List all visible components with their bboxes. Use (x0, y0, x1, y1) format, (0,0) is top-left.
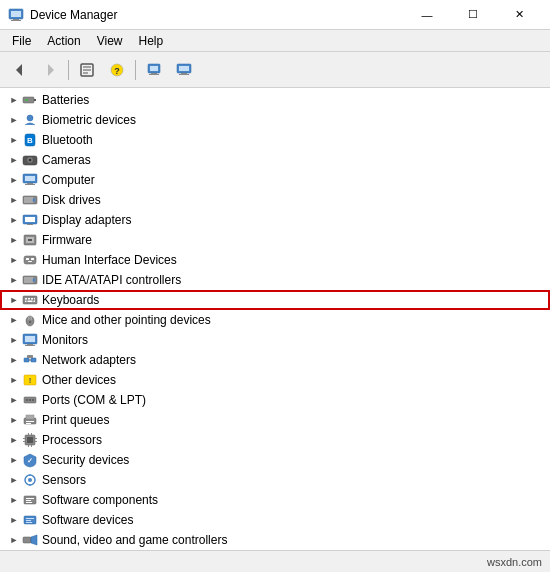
expand-network-adapters[interactable]: ► (6, 352, 22, 368)
svg-rect-51 (28, 298, 30, 300)
expand-monitors[interactable]: ► (6, 332, 22, 348)
label-security-devices: Security devices (42, 453, 129, 467)
expand-firmware[interactable]: ► (6, 232, 22, 248)
label-processors: Processors (42, 433, 102, 447)
tree-item-ide-ata[interactable]: ► IDE ATA/ATAPI controllers (0, 270, 550, 290)
tree-item-disk-drives[interactable]: ► Disk drives (0, 190, 550, 210)
expand-disk-drives[interactable]: ► (6, 192, 22, 208)
tree-view[interactable]: ► Batteries ► Biometric devices (0, 88, 550, 550)
tree-item-monitors[interactable]: ► Monitors (0, 330, 550, 350)
minimize-button[interactable]: — (404, 0, 450, 30)
expand-software-devices[interactable]: ► (6, 512, 22, 528)
tree-item-computer[interactable]: ► Computer (0, 170, 550, 190)
icon-processors (22, 432, 38, 448)
tree-item-human-interface[interactable]: ► Human Interface Devices (0, 250, 550, 270)
svg-rect-78 (26, 423, 31, 424)
close-button[interactable]: ✕ (496, 0, 542, 30)
label-bluetooth: Bluetooth (42, 133, 93, 147)
svg-rect-88 (31, 445, 32, 447)
tree-item-processors[interactable]: ► Processors (0, 430, 550, 450)
tree-item-software-devices[interactable]: ► Software devices (0, 510, 550, 530)
expand-security-devices[interactable]: ► (6, 452, 22, 468)
tree-item-sensors[interactable]: ► Sensors (0, 470, 550, 490)
svg-rect-81 (23, 438, 25, 439)
status-bar: wsxdn.com (0, 550, 550, 572)
expand-human-interface[interactable]: ► (6, 252, 22, 268)
tree-item-display-adapters[interactable]: ► Display adapters (0, 210, 550, 230)
svg-rect-31 (27, 183, 33, 184)
properties-button[interactable] (73, 56, 101, 84)
tree-item-keyboards[interactable]: ► Keyboards (0, 290, 550, 310)
tree-item-firmware[interactable]: ► Firmware (0, 230, 550, 250)
expand-computer[interactable]: ► (6, 172, 22, 188)
icon-disk-drives (22, 192, 38, 208)
back-button[interactable] (6, 56, 34, 84)
maximize-button[interactable]: ☐ (450, 0, 496, 30)
svg-rect-95 (26, 498, 34, 499)
expand-print-queues[interactable]: ► (6, 412, 22, 428)
menu-help[interactable]: Help (131, 32, 172, 50)
svg-rect-37 (25, 217, 35, 222)
forward-button[interactable] (36, 56, 64, 84)
tree-item-other-devices[interactable]: ► ! Other devices (0, 370, 550, 390)
main-content: ► Batteries ► Biometric devices (0, 88, 550, 550)
monitor-button[interactable] (170, 56, 198, 84)
svg-point-72 (26, 399, 28, 401)
svg-rect-102 (23, 537, 31, 543)
tree-item-biometric[interactable]: ► Biometric devices (0, 110, 550, 130)
icon-cameras (22, 152, 38, 168)
svg-rect-83 (35, 438, 37, 439)
expand-display-adapters[interactable]: ► (6, 212, 22, 228)
expand-sound-video[interactable]: ► (6, 532, 22, 548)
svg-rect-64 (25, 345, 35, 346)
icon-biometric (22, 112, 38, 128)
svg-rect-52 (31, 298, 33, 300)
tree-item-mice[interactable]: ► Mice and other pointing devices (0, 310, 550, 330)
tree-item-software-components[interactable]: ► Software components (0, 490, 550, 510)
tree-item-print-queues[interactable]: ► Print queues (0, 410, 550, 430)
tree-item-network-adapters[interactable]: ► Network adapters (0, 350, 550, 370)
toolbar: ? (0, 52, 550, 88)
expand-processors[interactable]: ► (6, 432, 22, 448)
icon-security-devices: ✓ (22, 452, 38, 468)
svg-point-35 (33, 199, 36, 202)
svg-rect-97 (26, 502, 32, 503)
menu-view[interactable]: View (89, 32, 131, 50)
menu-action[interactable]: Action (39, 32, 88, 50)
tree-item-bluetooth[interactable]: ► B Bluetooth (0, 130, 550, 150)
help-button[interactable]: ? (103, 56, 131, 84)
svg-point-91 (28, 478, 32, 482)
expand-cameras[interactable]: ► (6, 152, 22, 168)
tree-item-security-devices[interactable]: ► ✓ Security devices (0, 450, 550, 470)
label-sound-video: Sound, video and game controllers (42, 533, 227, 547)
icon-print-queues (22, 412, 38, 428)
expand-mice[interactable]: ► (6, 312, 22, 328)
expand-sensors[interactable]: ► (6, 472, 22, 488)
update-driver-button[interactable] (140, 56, 168, 84)
expand-software-components[interactable]: ► (6, 492, 22, 508)
expand-other-devices[interactable]: ► (6, 372, 22, 388)
svg-rect-45 (28, 261, 32, 262)
icon-display-adapters (22, 212, 38, 228)
svg-text:B: B (27, 136, 33, 145)
expand-bluetooth[interactable]: ► (6, 132, 22, 148)
expand-ide-ata[interactable]: ► (6, 272, 22, 288)
tree-item-sound-video[interactable]: ► Sound, video and game controllers (0, 530, 550, 550)
svg-rect-42 (24, 256, 36, 264)
tree-item-ports[interactable]: ► Ports (COM & LPT) (0, 390, 550, 410)
svg-rect-62 (25, 336, 35, 342)
label-keyboards: Keyboards (42, 293, 99, 307)
label-network-adapters: Network adapters (42, 353, 136, 367)
tree-item-cameras[interactable]: ► Cameras (0, 150, 550, 170)
menu-file[interactable]: File (4, 32, 39, 50)
icon-mice (22, 312, 38, 328)
expand-ports[interactable]: ► (6, 392, 22, 408)
expand-biometric[interactable]: ► (6, 112, 22, 128)
tree-item-batteries[interactable]: ► Batteries (0, 90, 550, 110)
svg-rect-1 (11, 11, 21, 17)
icon-software-components (22, 492, 38, 508)
svg-rect-43 (26, 258, 29, 260)
svg-point-48 (33, 279, 36, 282)
expand-batteries[interactable]: ► (6, 92, 22, 108)
expand-keyboards[interactable]: ► (6, 292, 22, 308)
